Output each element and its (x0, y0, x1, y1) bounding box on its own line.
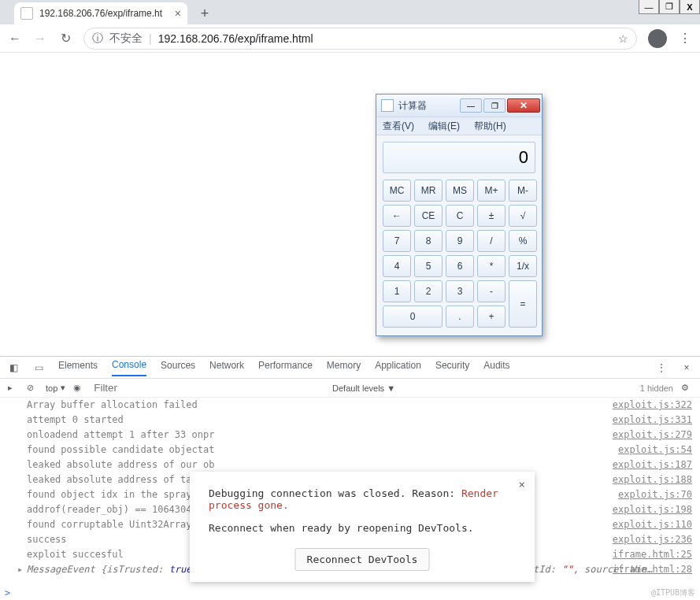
tab-sources[interactable]: Sources (161, 360, 195, 376)
os-close-button[interactable]: X (680, 0, 700, 14)
key-1[interactable]: 1 (383, 280, 411, 302)
inspect-icon[interactable]: ◧ (8, 362, 19, 373)
key-divide[interactable]: / (477, 230, 506, 252)
devtools-menu-icon[interactable]: ⋮ (656, 362, 667, 373)
expand-triangle-icon[interactable]: ▸ (17, 563, 23, 576)
log-source-link[interactable]: iframe.html:28 (613, 563, 692, 576)
tab-security[interactable]: Security (435, 360, 469, 376)
key-9[interactable]: 9 (446, 230, 474, 252)
calculator-display: 0 (383, 142, 535, 173)
back-button[interactable]: ← (8, 31, 22, 46)
close-tab-icon[interactable]: × (175, 7, 181, 20)
tab-memory[interactable]: Memory (327, 360, 361, 376)
key-5[interactable]: 5 (414, 255, 443, 277)
browser-menu-icon[interactable]: ⋮ (678, 31, 692, 46)
log-source-link[interactable]: exploit.js:331 (613, 413, 692, 427)
console-filter-input[interactable] (92, 381, 324, 394)
devtools-tabbar: ◧ ▭ Elements Console Sources Network Per… (0, 357, 700, 379)
tab-performance[interactable]: Performance (258, 360, 313, 376)
os-minimize-button[interactable]: — (639, 0, 659, 14)
reconnect-devtools-button[interactable]: Reconnect DevTools (295, 548, 430, 571)
address-bar[interactable]: ⓘ 不安全 | 192.168.206.76/exp/iframe.html ☆ (83, 28, 637, 50)
console-log-area[interactable]: Array buffer allocation failedexploit.js… (0, 398, 700, 600)
os-maximize-button[interactable]: ❐ (659, 0, 680, 14)
key-mminus[interactable]: M- (509, 180, 537, 202)
browser-toolbar: ← → ↻ ⓘ 不安全 | 192.168.206.76/exp/iframe.… (0, 24, 700, 53)
key-2[interactable]: 2 (414, 280, 443, 302)
console-log-line[interactable]: onloadend attempt 1 after 33 onprexploit… (0, 428, 700, 443)
key-mc[interactable]: MC (383, 180, 411, 202)
console-settings-icon[interactable]: ⚙ (681, 383, 692, 394)
calculator-titlebar[interactable]: 计算器 — ❐ ✕ (376, 94, 542, 117)
key-0[interactable]: 0 (383, 306, 443, 328)
live-expression-icon[interactable]: ◉ (73, 383, 84, 394)
bookmark-star-icon[interactable]: ☆ (618, 32, 628, 45)
console-prompt[interactable]: > (5, 587, 10, 598)
log-source-link[interactable]: exploit.js:110 (613, 518, 692, 531)
key-decimal[interactable]: . (446, 306, 474, 328)
reload-button[interactable]: ↻ (58, 31, 72, 46)
console-log-line[interactable]: attempt 0 startedexploit.js:331 (0, 413, 700, 428)
key-ms[interactable]: MS (446, 180, 474, 202)
key-equals[interactable]: = (509, 280, 537, 328)
key-backspace[interactable]: ← (383, 205, 411, 227)
tab-elements[interactable]: Elements (58, 360, 98, 376)
calc-menu-edit[interactable]: 编辑(E) (428, 120, 460, 133)
calc-menu-help[interactable]: 帮助(H) (474, 120, 506, 133)
log-source-link[interactable]: exploit.js:322 (613, 398, 692, 412)
clear-console-icon[interactable]: ⊘ (27, 383, 38, 394)
calc-minimize-button[interactable]: — (460, 98, 482, 113)
log-source-link[interactable]: exploit.js:188 (613, 473, 692, 487)
key-mr[interactable]: MR (414, 180, 443, 202)
key-ce[interactable]: CE (414, 205, 443, 227)
log-source-link[interactable]: exploit.js:54 (618, 443, 692, 457)
log-source-link[interactable]: exploit.js:279 (613, 428, 692, 442)
context-selector[interactable]: top▾ (46, 383, 65, 393)
devtools-panel: ◧ ▭ Elements Console Sources Network Per… (0, 356, 700, 600)
key-6[interactable]: 6 (446, 255, 474, 277)
log-source-link[interactable]: exploit.js:236 (613, 533, 692, 546)
tab-title: 192.168.206.76/exp/iframe.ht (39, 8, 169, 19)
log-source-link[interactable]: exploit.js:70 (618, 488, 692, 502)
dialog-close-icon[interactable]: × (519, 478, 525, 491)
key-c[interactable]: C (446, 205, 474, 227)
key-4[interactable]: 4 (383, 255, 411, 277)
tab-console[interactable]: Console (112, 359, 146, 376)
console-toolbar: ▸ ⊘ top▾ ◉ Default levels ▼ 1 hidden ⚙ (0, 379, 700, 398)
key-add[interactable]: + (477, 306, 506, 328)
console-sidebar-toggle-icon[interactable]: ▸ (8, 383, 19, 394)
console-log-line[interactable]: found possible candidate objectatexploit… (0, 443, 700, 457)
tab-audits[interactable]: Audits (483, 360, 509, 376)
key-8[interactable]: 8 (414, 230, 443, 252)
page-viewport: 计算器 — ❐ ✕ 查看(V) 编辑(E) 帮助(H) 0 MC MR MS M… (0, 53, 700, 356)
devtools-close-icon[interactable]: × (681, 362, 692, 373)
calc-menu-view[interactable]: 查看(V) (383, 120, 414, 133)
calc-close-button[interactable]: ✕ (507, 98, 540, 113)
tab-application[interactable]: Application (375, 360, 421, 376)
browser-tab[interactable]: 192.168.206.76/exp/iframe.ht × (14, 2, 187, 24)
key-percent[interactable]: % (509, 230, 537, 252)
key-sqrt[interactable]: √ (509, 205, 537, 227)
log-source-link[interactable]: exploit.js:187 (613, 458, 692, 472)
log-source-link[interactable]: iframe.html:25 (613, 548, 692, 561)
browser-tabstrip: 192.168.206.76/exp/iframe.ht × + (0, 0, 700, 24)
tab-network[interactable]: Network (209, 360, 244, 376)
key-mplus[interactable]: M+ (477, 180, 506, 202)
calc-maximize-button[interactable]: ❐ (483, 98, 506, 113)
key-subtract[interactable]: - (477, 280, 506, 302)
log-levels-selector[interactable]: Default levels ▼ (332, 383, 395, 393)
key-plusminus[interactable]: ± (477, 205, 506, 227)
calculator-window: 计算器 — ❐ ✕ 查看(V) 编辑(E) 帮助(H) 0 MC MR MS M… (376, 94, 543, 336)
console-log-line[interactable]: leaked absolute address of our obexploit… (0, 457, 700, 472)
insecure-label: 不安全 (109, 31, 143, 46)
key-3[interactable]: 3 (446, 280, 474, 302)
profile-avatar[interactable] (648, 29, 667, 48)
key-7[interactable]: 7 (383, 230, 411, 252)
new-tab-button[interactable]: + (194, 2, 216, 24)
key-multiply[interactable]: * (477, 255, 506, 277)
site-info-icon[interactable]: ⓘ (92, 31, 103, 46)
log-source-link[interactable]: exploit.js:198 (613, 503, 692, 517)
key-reciprocal[interactable]: 1/x (509, 255, 537, 277)
console-log-line[interactable]: Array buffer allocation failedexploit.js… (0, 398, 700, 413)
device-toolbar-icon[interactable]: ▭ (33, 362, 44, 373)
